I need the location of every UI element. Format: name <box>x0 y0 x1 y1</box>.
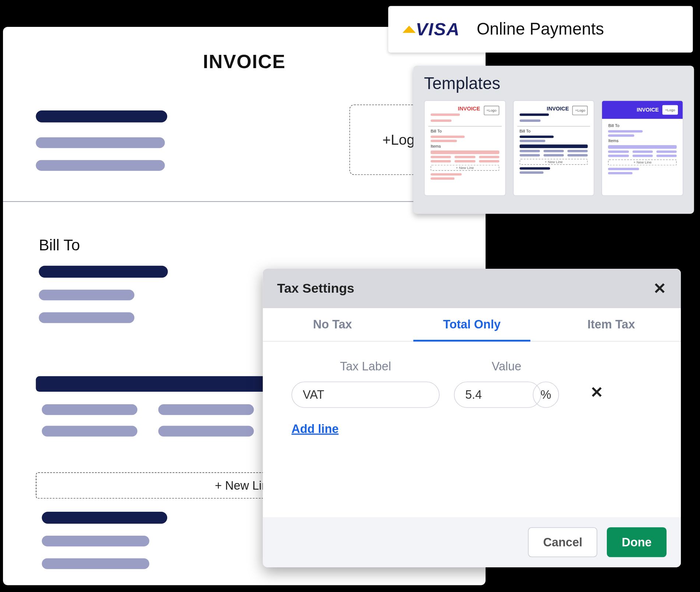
cancel-button[interactable]: Cancel <box>528 527 597 557</box>
template-newline: + New Line <box>520 159 588 165</box>
template-logo-slot: +Logo <box>483 106 499 115</box>
template-newline: + New Line <box>430 165 499 171</box>
add-line-link[interactable]: Add line <box>292 422 339 436</box>
placeholder-bar <box>42 426 138 436</box>
placeholder-bar <box>42 512 168 524</box>
template-title: INVOICE <box>458 106 480 112</box>
invoice-from-block <box>36 110 167 171</box>
template-option-navy[interactable]: INVOICE +Logo Bill To <box>513 100 595 196</box>
done-button[interactable]: Done <box>607 527 666 557</box>
tab-item-tax[interactable]: Item Tax <box>542 308 681 341</box>
placeholder-bar <box>158 404 254 415</box>
modal-header: Tax Settings ✕ <box>263 269 681 308</box>
templates-title: Templates <box>424 74 683 93</box>
placeholder-bar <box>39 266 168 278</box>
totals-block <box>42 512 168 569</box>
online-payments-label: Online Payments <box>476 20 604 39</box>
placeholder-bar <box>36 160 165 171</box>
placeholder-bar <box>42 536 150 546</box>
close-icon[interactable]: ✕ <box>653 279 666 297</box>
tax-value-input[interactable] <box>454 381 541 408</box>
tax-settings-modal: Tax Settings ✕ No Tax Total Only Item Ta… <box>263 269 681 567</box>
items-block <box>42 404 254 447</box>
tax-value-heading: Value <box>492 359 521 373</box>
template-option-red[interactable]: INVOICE +Logo Bill To Items <box>424 100 506 196</box>
placeholder-bar <box>158 426 254 436</box>
placeholder-bar <box>42 404 138 415</box>
modal-footer: Cancel Done <box>263 517 681 567</box>
bill-to-block <box>39 266 168 323</box>
remove-row-icon[interactable]: ✕ <box>590 383 604 402</box>
template-newline: + New Line <box>608 159 677 165</box>
tax-label-input[interactable] <box>292 381 440 408</box>
placeholder-bar <box>42 558 150 569</box>
placeholder-bar <box>39 290 134 300</box>
visa-brand-text: VISA <box>416 19 460 39</box>
template-billto-label: Bill To <box>430 129 499 133</box>
tab-no-tax[interactable]: No Tax <box>263 308 402 341</box>
template-logo-slot: +Logo <box>573 106 588 115</box>
percent-unit: % <box>533 381 559 408</box>
tax-label-heading: Tax Label <box>340 359 391 373</box>
template-title: INVOICE <box>547 106 569 112</box>
modal-title: Tax Settings <box>277 281 355 296</box>
placeholder-bar <box>39 312 134 323</box>
bill-to-label: Bill To <box>39 236 80 254</box>
templates-panel: Templates INVOICE +Logo Bill To <box>413 66 694 214</box>
tab-total-only[interactable]: Total Only <box>402 308 541 341</box>
template-title: INVOICE <box>637 107 659 113</box>
placeholder-bar <box>36 137 165 148</box>
online-payments-banner[interactable]: VISA Online Payments <box>388 6 693 53</box>
template-option-purple[interactable]: INVOICE +Logo Bill To Items <box>602 100 683 196</box>
template-billto-label: Bill To <box>520 129 588 133</box>
template-logo-slot: +Logo <box>662 105 678 114</box>
placeholder-bar <box>36 110 167 122</box>
template-billto-label: Bill To <box>608 124 677 128</box>
tax-tabs: No Tax Total Only Item Tax <box>263 308 681 342</box>
visa-logo-icon: VISA <box>402 19 460 39</box>
